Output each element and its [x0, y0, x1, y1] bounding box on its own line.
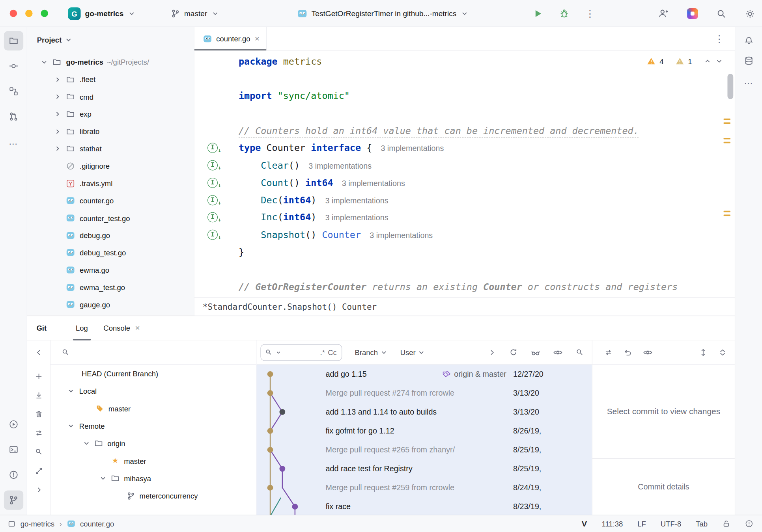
project-widget[interactable]: G go-metrics — [68, 0, 136, 27]
more-actions-button[interactable]: ⋮ — [585, 9, 595, 19]
toolbox-icon[interactable] — [687, 8, 698, 19]
inspections-status-icon[interactable] — [745, 519, 753, 528]
compare-icon[interactable] — [604, 348, 613, 357]
project-toolwindow-button[interactable] — [4, 31, 23, 50]
tree-item[interactable]: exp — [27, 105, 194, 123]
git-toolwindow-button[interactable] — [4, 490, 23, 510]
branch-search-input[interactable] — [75, 348, 221, 356]
rollback-icon[interactable] — [624, 348, 632, 357]
warning-stripe-mark[interactable] — [724, 215, 730, 216]
breadcrumb-project[interactable]: go-metrics — [21, 519, 54, 528]
lock-icon[interactable] — [722, 519, 730, 528]
git-tab-log[interactable]: Log — [68, 316, 95, 340]
more-filters-chevron-icon[interactable] — [488, 348, 496, 356]
update-project-icon[interactable] — [34, 391, 43, 400]
tree-item[interactable]: debug_test.go — [27, 244, 194, 261]
search-everywhere-icon[interactable] — [716, 9, 727, 19]
structure-toolwindow-button[interactable] — [4, 82, 23, 101]
terminal-toolwindow-button[interactable] — [4, 440, 23, 459]
code-editor[interactable]: 4 1 package metricsimport "sync/atomic"/… — [194, 50, 735, 297]
implementations-gutter-icon[interactable]: I — [207, 195, 218, 205]
inlay-hint[interactable]: 3 implementations — [381, 144, 444, 153]
collapse-all-icon[interactable] — [718, 348, 727, 357]
branch-item[interactable]: master — [50, 400, 256, 417]
expand-all-icon[interactable] — [699, 348, 708, 357]
tree-item[interactable]: librato — [27, 123, 194, 140]
warning-stripe-mark[interactable] — [724, 122, 730, 124]
inlay-hint[interactable]: 3 implementations — [325, 214, 388, 222]
implementations-gutter-icon[interactable]: I — [207, 143, 218, 153]
regex-toggle[interactable]: .* — [320, 348, 325, 356]
refresh-icon[interactable] — [509, 348, 518, 357]
branch-item[interactable]: Local — [50, 382, 256, 400]
warning-stripe-mark[interactable] — [724, 142, 730, 143]
close-tab-icon[interactable]: × — [255, 34, 260, 44]
search-icon[interactable] — [34, 448, 43, 456]
more-toolwindows-button[interactable]: … — [4, 132, 23, 151]
problems-toolwindow-button[interactable] — [4, 465, 23, 484]
code-with-me-icon[interactable] — [658, 8, 669, 19]
inlay-hint[interactable]: 3 implementations — [370, 231, 433, 239]
tree-item[interactable]: stathat — [27, 140, 194, 157]
indent-style[interactable]: Tab — [696, 519, 708, 528]
run-button[interactable] — [532, 8, 543, 19]
run-configuration-selector[interactable]: TestGetOrRegisterTimer in github...-metr… — [297, 0, 469, 27]
branch-item[interactable]: Remote — [50, 417, 256, 434]
maximize-window-button[interactable] — [41, 10, 48, 17]
branch-item[interactable]: HEAD (Current Branch) — [50, 365, 256, 382]
compare-icon[interactable] — [34, 429, 43, 437]
tree-item[interactable]: debug.go — [27, 227, 194, 244]
breadcrumb-file[interactable]: counter.go — [80, 519, 114, 528]
inlay-hint[interactable]: 3 implementations — [308, 162, 372, 170]
line-separator[interactable]: LF — [637, 519, 646, 528]
tree-item[interactable]: go-metrics~/gitProjects/ — [27, 54, 194, 71]
inlay-hint[interactable]: 3 implementations — [325, 196, 388, 205]
long-edges-icon[interactable] — [530, 348, 540, 357]
branch-search-row[interactable] — [50, 340, 256, 365]
tree-item[interactable]: .fleet — [27, 71, 194, 88]
vcs-branch-widget[interactable]: master — [171, 0, 219, 27]
services-toolwindow-button[interactable] — [4, 415, 23, 434]
tree-item[interactable]: ewma.go — [27, 261, 194, 279]
close-tab-icon[interactable]: × — [135, 323, 140, 333]
warning-stripe-mark[interactable] — [724, 138, 730, 140]
editor-options-button[interactable]: ⋮ — [714, 34, 724, 44]
more-toolwindows-button[interactable]: … — [744, 76, 754, 86]
tree-item[interactable]: gauge.go — [27, 296, 194, 313]
commit-toolwindow-button[interactable] — [4, 56, 23, 76]
user-filter-dropdown[interactable]: User — [400, 348, 426, 356]
implementations-gutter-icon[interactable]: I — [207, 212, 218, 223]
add-icon[interactable] — [34, 372, 43, 381]
branch-item[interactable]: mihasya — [50, 469, 256, 487]
settings-gear-icon[interactable] — [745, 9, 755, 19]
database-icon[interactable] — [744, 56, 754, 66]
tree-item[interactable]: .travis.yml — [27, 175, 194, 192]
preview-diff-eye-icon[interactable] — [553, 348, 563, 357]
implementations-gutter-icon[interactable]: I — [207, 230, 218, 240]
tree-item[interactable]: .gitignore — [27, 157, 194, 175]
delete-icon[interactable] — [34, 410, 43, 419]
warning-stripe-mark[interactable] — [724, 119, 730, 120]
project-panel-header[interactable]: Project — [27, 27, 194, 52]
branch-item[interactable]: origin — [50, 435, 256, 452]
implementations-gutter-icon[interactable]: I — [207, 178, 218, 188]
caret-position[interactable]: 111:38 — [602, 519, 623, 528]
git-tab-console[interactable]: Console × — [96, 316, 148, 340]
collapse-left-icon[interactable] — [34, 348, 43, 357]
debug-button[interactable] — [559, 8, 570, 19]
branch-item[interactable]: ★master — [50, 452, 256, 469]
branch-filter-dropdown[interactable]: Branch — [355, 348, 387, 356]
minimize-window-button[interactable] — [25, 10, 32, 17]
tree-item[interactable]: counter.go — [27, 192, 194, 209]
file-encoding[interactable]: UTF-8 — [661, 519, 681, 528]
expand-icon[interactable] — [34, 467, 43, 475]
search-icon[interactable] — [575, 348, 584, 357]
match-case-toggle[interactable]: Cc — [328, 348, 337, 356]
notifications-bell-icon[interactable] — [744, 36, 754, 46]
tree-item[interactable]: counter_test.go — [27, 209, 194, 227]
ideavim-icon[interactable]: V — [582, 519, 587, 528]
pull-requests-toolwindow-button[interactable] — [4, 107, 23, 126]
close-window-button[interactable] — [10, 10, 17, 17]
inlay-hint[interactable]: 3 implementations — [342, 179, 405, 187]
tree-item[interactable]: ewma_test.go — [27, 279, 194, 296]
